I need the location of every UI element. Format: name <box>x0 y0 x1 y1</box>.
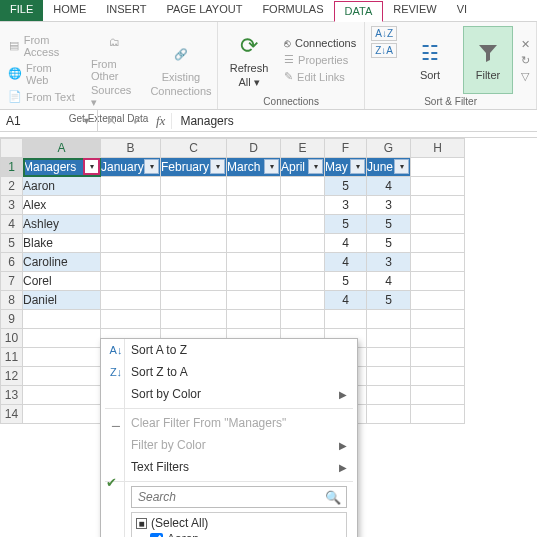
col-header-A[interactable]: A <box>23 139 101 158</box>
cell-G7[interactable]: 4 <box>367 272 411 291</box>
sort-by-color[interactable]: Sort by Color▶ <box>101 383 357 405</box>
sort-asc-button[interactable]: A↓Z <box>371 26 397 41</box>
row-header-11[interactable]: 11 <box>1 348 23 367</box>
filter-select-all[interactable]: ■(Select All) <box>136 515 342 531</box>
advanced-icon[interactable]: ▽ <box>521 70 530 83</box>
existing-conn-icon: 🔗 <box>167 41 195 69</box>
formula-input[interactable]: Managers <box>172 112 537 130</box>
cell-F7[interactable]: 5 <box>325 272 367 291</box>
col-header-G[interactable]: G <box>367 139 411 158</box>
fx-icon[interactable]: fx <box>150 113 172 129</box>
row-header-10[interactable]: 10 <box>1 329 23 348</box>
spreadsheet-grid[interactable]: ABCDEFGH1Managers▾January▾February▾March… <box>0 138 537 424</box>
col-header-C[interactable]: C <box>161 139 227 158</box>
header-cell-april[interactable]: April▾ <box>281 158 325 177</box>
cell-G6[interactable]: 3 <box>367 253 411 272</box>
cell-H1[interactable] <box>411 158 465 177</box>
row-header-13[interactable]: 13 <box>1 386 23 405</box>
cell-G4[interactable]: 5 <box>367 215 411 234</box>
tab-formulas[interactable]: FORMULAS <box>252 0 333 21</box>
from-text-button[interactable]: 📄From Text <box>6 89 79 105</box>
cell-name-7[interactable]: Corel <box>23 272 101 291</box>
filter-toggle-C[interactable]: ▾ <box>210 159 225 174</box>
reapply-icon[interactable]: ↻ <box>521 54 530 67</box>
col-header-E[interactable]: E <box>281 139 325 158</box>
refresh-all-button[interactable]: ⟳ RefreshAll ▾ <box>224 26 274 94</box>
cell-G3[interactable]: 3 <box>367 196 411 215</box>
tab-view[interactable]: VI <box>447 0 477 21</box>
tab-data[interactable]: DATA <box>334 1 384 22</box>
sort-desc-button[interactable]: Z↓A <box>371 43 397 58</box>
filter-toggle-G[interactable]: ▾ <box>394 159 409 174</box>
from-web-button[interactable]: 🌐From Web <box>6 61 79 87</box>
filter-toggle-B[interactable]: ▾ <box>144 159 159 174</box>
filter-button[interactable]: Filter <box>463 26 513 94</box>
cell-G5[interactable]: 5 <box>367 234 411 253</box>
cell-G8[interactable]: 5 <box>367 291 411 310</box>
tab-home[interactable]: HOME <box>43 0 96 21</box>
filter-search[interactable]: 🔍 <box>131 486 347 508</box>
edit-links-button[interactable]: ✎Edit Links <box>282 69 358 84</box>
sort-z-to-a[interactable]: Z↓Sort Z to A <box>101 361 357 383</box>
cell-F3[interactable]: 3 <box>325 196 367 215</box>
filter-values-list[interactable]: ■(Select All)AaronAlexAshleyBlakeCarolin… <box>131 512 347 537</box>
tristate-checkbox-icon[interactable]: ■ <box>136 518 147 529</box>
filter-checkbox[interactable] <box>150 533 163 538</box>
from-other-sources-button[interactable]: 🗂 From OtherSources ▾ <box>87 26 143 111</box>
col-header-B[interactable]: B <box>101 139 161 158</box>
tab-pagelayout[interactable]: PAGE LAYOUT <box>156 0 252 21</box>
cell-F5[interactable]: 4 <box>325 234 367 253</box>
row-header-5[interactable]: 5 <box>1 234 23 253</box>
cell-name-2[interactable]: Aaron <box>23 177 101 196</box>
cell-F4[interactable]: 5 <box>325 215 367 234</box>
col-header-F[interactable]: F <box>325 139 367 158</box>
cell-F8[interactable]: 4 <box>325 291 367 310</box>
header-cell-managers[interactable]: Managers▾ <box>23 158 101 177</box>
col-header-D[interactable]: D <box>227 139 281 158</box>
cell-G2[interactable]: 4 <box>367 177 411 196</box>
row-header-1[interactable]: 1 <box>1 158 23 177</box>
filter-item-aaron[interactable]: Aaron <box>136 531 342 537</box>
cell-name-8[interactable]: Daniel <box>23 291 101 310</box>
tab-file[interactable]: FILE <box>0 0 43 21</box>
clear-icon[interactable]: ✕ <box>521 38 530 51</box>
filter-search-input[interactable] <box>131 486 347 508</box>
connections-button[interactable]: ⎋Connections <box>282 36 358 50</box>
row-header-7[interactable]: 7 <box>1 272 23 291</box>
row-header-2[interactable]: 2 <box>1 177 23 196</box>
row-header-9[interactable]: 9 <box>1 310 23 329</box>
header-cell-february[interactable]: February▾ <box>161 158 227 177</box>
select-all-corner[interactable] <box>1 139 23 158</box>
cell-name-4[interactable]: Ashley <box>23 215 101 234</box>
filter-toggle-F[interactable]: ▾ <box>350 159 365 174</box>
existing-connections-button[interactable]: 🔗 ExistingConnections <box>151 26 211 111</box>
cell-name-6[interactable]: Caroline <box>23 253 101 272</box>
cell-name-3[interactable]: Alex <box>23 196 101 215</box>
cell-F6[interactable]: 4 <box>325 253 367 272</box>
sort-button[interactable]: ☷ Sort <box>405 26 455 94</box>
header-cell-january[interactable]: January▾ <box>101 158 161 177</box>
tab-review[interactable]: REVIEW <box>383 0 446 21</box>
filter-toggle-A[interactable]: ▾ <box>84 159 99 174</box>
cell-F2[interactable]: 5 <box>325 177 367 196</box>
text-filters[interactable]: Text Filters▶ <box>101 456 357 478</box>
filter-toggle-E[interactable]: ▾ <box>308 159 323 174</box>
header-cell-june[interactable]: June▾ <box>367 158 411 177</box>
properties-button[interactable]: ☰Properties <box>282 52 358 67</box>
col-header-H[interactable]: H <box>411 139 465 158</box>
header-cell-may[interactable]: May▾ <box>325 158 367 177</box>
filter-toggle-D[interactable]: ▾ <box>264 159 279 174</box>
chevron-down-icon[interactable]: ▼ <box>82 116 91 126</box>
from-access-button[interactable]: ▤From Access <box>6 33 79 59</box>
row-header-14[interactable]: 14 <box>1 405 23 424</box>
row-header-8[interactable]: 8 <box>1 291 23 310</box>
row-header-6[interactable]: 6 <box>1 253 23 272</box>
tab-insert[interactable]: INSERT <box>96 0 156 21</box>
name-box[interactable]: A1▼ <box>0 110 98 131</box>
cell-name-5[interactable]: Blake <box>23 234 101 253</box>
sort-a-to-z[interactable]: A↓Sort A to Z <box>101 339 357 361</box>
row-header-3[interactable]: 3 <box>1 196 23 215</box>
header-cell-march[interactable]: March▾ <box>227 158 281 177</box>
row-header-12[interactable]: 12 <box>1 367 23 386</box>
row-header-4[interactable]: 4 <box>1 215 23 234</box>
